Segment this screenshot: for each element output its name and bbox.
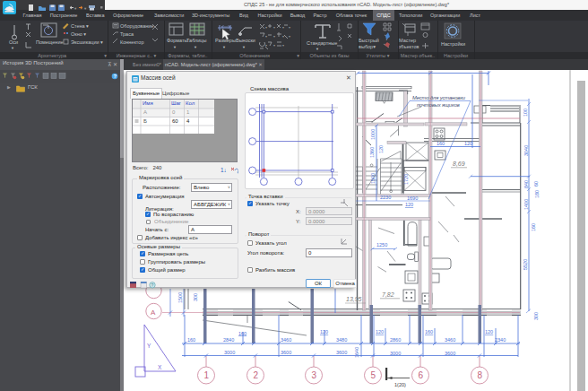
svg-text:7,82: 7,82 xyxy=(382,291,394,298)
svg-text:5520: 5520 xyxy=(523,259,528,270)
svg-text:▾: ▾ xyxy=(273,43,275,48)
svg-text:?: ? xyxy=(151,282,154,288)
svg-text:2840: 2840 xyxy=(223,337,234,343)
svg-text:Размеры: Размеры xyxy=(215,38,236,43)
svg-text:3480: 3480 xyxy=(336,337,347,343)
svg-text:120: 120 xyxy=(485,329,493,335)
svg-text:1360: 1360 xyxy=(369,147,375,158)
svg-text:6: 6 xyxy=(419,370,424,380)
svg-text:почтовых ящиков: почтовых ящиков xyxy=(417,102,460,108)
svg-text:▾: ▾ xyxy=(289,34,290,39)
svg-text:3460: 3460 xyxy=(281,337,291,343)
svg-text:300: 300 xyxy=(533,312,539,320)
svg-text:2230: 2230 xyxy=(380,195,391,200)
svg-text:Оси: Оси xyxy=(9,39,18,45)
svg-text:3: 3 xyxy=(312,370,317,380)
svg-text:▼: ▼ xyxy=(242,45,246,49)
svg-text:13,95: 13,95 xyxy=(346,296,362,302)
svg-text:2: 2 xyxy=(254,370,259,380)
svg-text:Стандартные: Стандартные xyxy=(307,40,337,46)
svg-text:Быстрый: Быстрый xyxy=(359,38,379,43)
svg-text:3460: 3460 xyxy=(445,337,455,343)
svg-text:Эксшикации ▾: Эксшикации ▾ xyxy=(71,39,103,45)
svg-text:объектов: объектов xyxy=(398,44,419,49)
svg-text:▾: ▾ xyxy=(273,34,275,39)
svg-text:3600: 3600 xyxy=(281,350,291,355)
svg-text:Оборудование: Оборудование xyxy=(120,23,153,29)
svg-text:▾: ▾ xyxy=(84,6,87,11)
svg-text:1250: 1250 xyxy=(376,242,387,248)
svg-text:Форматы: Форматы xyxy=(167,38,188,43)
svg-text:Мастер: Мастер xyxy=(399,38,416,43)
svg-text:3000: 3000 xyxy=(390,351,401,356)
svg-text:120: 120 xyxy=(376,329,384,335)
svg-text:1(20): 1(20) xyxy=(394,382,406,387)
svg-text:1500: 1500 xyxy=(177,292,183,303)
svg-text:1640: 1640 xyxy=(354,347,359,358)
svg-text:120: 120 xyxy=(405,202,413,207)
svg-text:Коннектор: Коннектор xyxy=(120,39,143,45)
svg-text:▼: ▼ xyxy=(173,45,177,49)
svg-text:3600: 3600 xyxy=(336,350,347,355)
svg-text:160: 160 xyxy=(425,329,433,335)
svg-text:Выноски: Выноски xyxy=(236,38,255,43)
svg-text:1720: 1720 xyxy=(403,174,409,185)
svg-text:160: 160 xyxy=(187,337,195,343)
svg-text:120: 120 xyxy=(320,329,328,335)
svg-text:1↓: 1↓ xyxy=(220,167,227,173)
svg-text:8,69: 8,69 xyxy=(453,161,465,167)
svg-text:1000: 1000 xyxy=(370,129,376,140)
svg-text:Настройки: Настройки xyxy=(441,41,465,47)
svg-text:Таблицы: Таблицы xyxy=(186,38,207,43)
svg-text:▼: ▼ xyxy=(194,45,197,49)
svg-text:X: X xyxy=(158,364,162,370)
svg-text:1690: 1690 xyxy=(407,196,418,201)
svg-text:5: 5 xyxy=(371,370,376,380)
svg-text:▾: ▾ xyxy=(273,25,275,30)
svg-text:180: 180 xyxy=(534,190,540,198)
svg-text:840: 840 xyxy=(523,180,529,188)
svg-text:▾: ▾ xyxy=(282,25,284,30)
svg-text:120: 120 xyxy=(378,145,384,153)
svg-text:▾: ▾ xyxy=(265,25,267,30)
svg-text:3040: 3040 xyxy=(523,145,529,156)
svg-text:1500: 1500 xyxy=(370,173,376,184)
svg-text:120: 120 xyxy=(464,141,472,146)
svg-text:160: 160 xyxy=(531,223,536,231)
svg-text:Траса: Траса xyxy=(120,31,134,37)
svg-text:Y: Y xyxy=(147,343,151,349)
svg-text:▼: ▼ xyxy=(316,47,319,51)
svg-text:▾: ▾ xyxy=(74,6,77,11)
svg-text:2860: 2860 xyxy=(390,337,401,343)
svg-text:▼: ▼ xyxy=(11,46,14,50)
svg-text:1400: 1400 xyxy=(523,199,529,210)
svg-text:8: 8 xyxy=(478,370,483,380)
svg-text:160: 160 xyxy=(437,141,445,146)
svg-text:3600: 3600 xyxy=(445,351,455,356)
svg-text:Место для установки: Место для установки xyxy=(412,95,466,100)
svg-text:▾: ▾ xyxy=(265,34,267,39)
svg-text:А: А xyxy=(151,308,156,317)
svg-text:▾: ▾ xyxy=(289,25,290,30)
svg-text:▾: ▾ xyxy=(265,43,267,48)
svg-text:▼: ▼ xyxy=(222,45,226,49)
svg-text:2340: 2340 xyxy=(495,337,506,343)
svg-text:Окно ▾: Окно ▾ xyxy=(71,31,86,37)
svg-text:Стена ▾: Стена ▾ xyxy=(71,23,89,29)
svg-text:Помещение: Помещение xyxy=(36,39,64,45)
svg-text:▾: ▾ xyxy=(282,43,284,48)
svg-text:▾: ▾ xyxy=(282,34,284,39)
svg-text:300: 300 xyxy=(193,293,198,301)
svg-text:выбор▾: выбор▾ xyxy=(359,44,376,49)
svg-text:100: 100 xyxy=(523,109,528,117)
svg-text:60: 60 xyxy=(533,181,539,187)
svg-text:160: 160 xyxy=(238,331,246,336)
svg-text:1: 1 xyxy=(204,370,210,380)
svg-text:3000: 3000 xyxy=(224,350,235,355)
